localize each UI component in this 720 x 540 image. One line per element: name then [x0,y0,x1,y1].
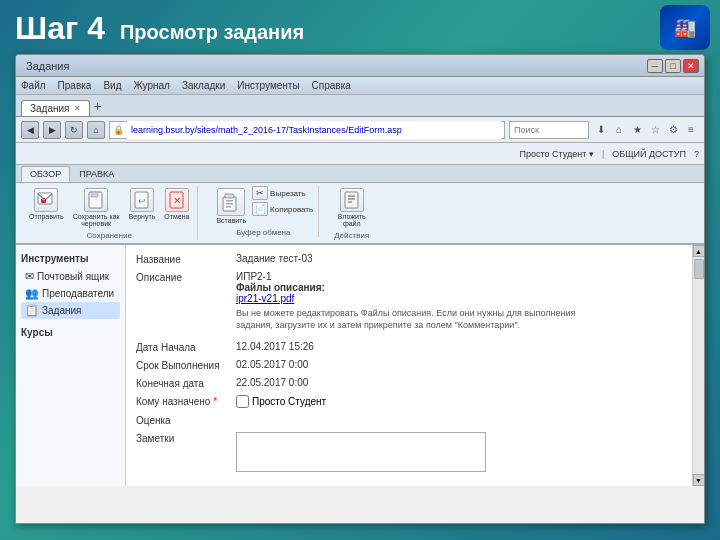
tab-close-button[interactable]: ✕ [74,104,81,113]
maximize-button[interactable]: □ [665,59,681,73]
star2-icon[interactable]: ☆ [647,122,663,138]
close-button[interactable]: ✕ [683,59,699,73]
cancel-button[interactable]: ✕ Отмена [161,186,192,229]
notes-textarea[interactable] [236,432,486,472]
active-tab[interactable]: Задания ✕ [21,100,90,116]
grade-label: Оценка [136,414,236,426]
paste-button[interactable]: Вставить [213,186,249,226]
menu-edit[interactable]: Правка [58,80,92,91]
home-icon[interactable]: ⌂ [611,122,627,138]
paste-label: Вставить [216,217,246,224]
cancel-icon: ✕ [165,188,189,212]
help-button[interactable]: ? [694,149,699,159]
desc-value: ИПР2-1 Файлы описания: ipr21-v21.pdf Вы … [236,271,682,335]
ribbon-tabs: ОБЗОР ПРАВКА [16,165,704,183]
menu-bar: Файл Правка Вид Журнал Закладки Инструме… [16,77,704,95]
address-input[interactable] [127,121,501,139]
teachers-label: Преподаватели [42,288,114,299]
file-link[interactable]: ipr21-v21.pdf [236,293,294,304]
ribbon-tab-edit[interactable]: ПРАВКА [70,166,123,181]
mailbox-icon: ✉ [25,270,34,283]
scrollbar: ▲ ▼ [692,245,704,486]
assigned-name: Просто Студент [252,396,326,407]
save-draft-label: Сохранить как черновик [73,213,120,227]
desc-text: ИПР2-1 [236,271,682,282]
desc-label: Описание [136,271,236,283]
assigned-value: Просто Студент [236,395,326,408]
svg-text:✕: ✕ [173,195,181,206]
settings-icon[interactable]: ⚙ [665,122,681,138]
browser-controls: ─ □ ✕ [647,59,699,73]
ribbon-buttons: Отправить Сохранить как черновик ↩ Верну… [16,183,704,245]
sidebar-item-mailbox[interactable]: ✉ Почтовый ящик [21,268,120,285]
form-row-end-date: Конечная дата 22.05.2017 0:00 [136,377,682,389]
forward-button[interactable]: ▶ [43,121,61,139]
user-label[interactable]: Просто Студент ▾ [520,149,594,159]
attach-button[interactable]: Вложить файл [335,186,369,229]
copy-label: Копировать [270,205,313,214]
return-icon: ↩ [130,188,154,212]
sidebar: Инструменты ✉ Почтовый ящик 👥 Преподават… [16,245,126,486]
due-date-label: Срок Выполнения [136,359,236,371]
title-label: Название [136,253,236,265]
main-content: Инструменты ✉ Почтовый ящик 👥 Преподават… [16,245,704,486]
end-date-label: Конечная дата [136,377,236,389]
scroll-down-button[interactable]: ▼ [693,474,705,486]
refresh-button[interactable]: ↻ [65,121,83,139]
cut-button[interactable]: ✂ Вырезать [252,186,313,200]
tasks-label: Задания [42,305,82,316]
actions-group-label: Действия [334,231,369,240]
form-area: Название Задание тест-03 Описание ИПР2-1… [126,245,692,486]
browser-window: Задания ─ □ ✕ Файл Правка Вид Журнал Зак… [15,54,705,524]
menu-icon[interactable]: ≡ [683,122,699,138]
assigned-checkbox[interactable] [236,395,249,408]
save-draft-button[interactable]: Сохранить как черновик [70,186,123,229]
scroll-thumb[interactable] [694,259,704,279]
save-group-label: Сохранение [87,231,132,240]
back-button[interactable]: ◀ [21,121,39,139]
send-button[interactable]: Отправить [26,186,67,229]
form-row-due-date: Срок Выполнения 02.05.2017 0:00 [136,359,682,371]
svg-rect-15 [348,198,355,200]
slide-container: Шаг 4 Просмотр задания 🏭 Задания ─ □ ✕ Ф… [0,0,720,540]
new-tab-button[interactable]: + [90,98,106,114]
save-buttons: Отправить Сохранить как черновик ↩ Верну… [26,186,192,229]
mailbox-label: Почтовый ящик [37,271,109,282]
sidebar-item-teachers[interactable]: 👥 Преподаватели [21,285,120,302]
logo: 🏭 [660,5,710,50]
copy-button[interactable]: 📄 Копировать [252,202,313,216]
address-bar: ◀ ▶ ↻ ⌂ 🔒 ⬇ ⌂ ★ ☆ ⚙ ≡ [16,117,704,143]
ribbon-group-save: Отправить Сохранить как черновик ↩ Верну… [21,186,198,240]
ribbon-group-actions: Вложить файл Действия [329,186,374,240]
menu-history[interactable]: Журнал [133,80,170,91]
send-label: Отправить [29,213,64,220]
menu-file[interactable]: Файл [21,80,46,91]
return-button[interactable]: ↩ Вернуть [126,186,159,229]
menu-bookmarks[interactable]: Закладки [182,80,225,91]
sidebar-item-tasks[interactable]: 📋 Задания [21,302,120,319]
star-icon[interactable]: ★ [629,122,645,138]
form-row-start-date: Дата Начала 12.04.2017 15:26 [136,341,682,353]
lock-icon: 🔒 [113,125,124,135]
form-row-notes: Заметки [136,432,682,472]
menu-tools[interactable]: Инструменты [237,80,299,91]
ribbon-tab-overview[interactable]: ОБЗОР [21,166,70,182]
download-icon[interactable]: ⬇ [593,122,609,138]
due-date-value: 02.05.2017 0:00 [236,359,682,370]
form-row-grade: Оценка [136,414,682,426]
menu-view[interactable]: Вид [103,80,121,91]
home-button[interactable]: ⌂ [87,121,105,139]
scroll-up-button[interactable]: ▲ [693,245,705,257]
search-input[interactable] [509,121,589,139]
cut-icon: ✂ [252,186,268,200]
browser-title: Задания [26,60,647,72]
tasks-icon: 📋 [25,304,39,317]
files-header: Файлы описания: [236,282,682,293]
minimize-button[interactable]: ─ [647,59,663,73]
attach-icon [340,188,364,212]
slide-header: Шаг 4 Просмотр задания 🏭 [0,0,720,52]
share-button[interactable]: ОБЩИЙ ДОСТУП [612,149,686,159]
menu-help[interactable]: Справка [312,80,351,91]
step-subtitle: Просмотр задания [120,13,304,44]
ribbon-group-clipboard: Вставить ✂ Вырезать 📄 Копировать Буфер о… [208,186,319,237]
